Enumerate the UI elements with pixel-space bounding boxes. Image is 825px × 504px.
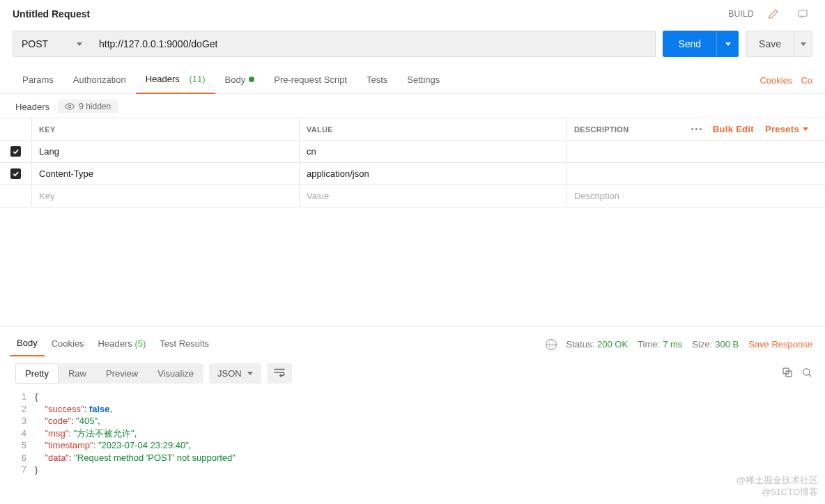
checkbox[interactable]: [10, 168, 21, 179]
table-row[interactable]: Content-Type application/json: [0, 163, 825, 185]
bulk-edit-link[interactable]: Bulk Edit: [713, 124, 754, 134]
tab-body[interactable]: Body: [215, 68, 265, 93]
header-description[interactable]: [567, 141, 825, 162]
view-raw[interactable]: Raw: [59, 363, 96, 384]
response-tab-test-results[interactable]: Test Results: [153, 333, 216, 356]
header-key-input[interactable]: Key: [32, 185, 300, 207]
view-visualize[interactable]: Visualize: [148, 363, 203, 384]
code-link[interactable]: Co: [801, 75, 812, 86]
view-preview[interactable]: Preview: [96, 363, 148, 384]
size-meta: Size:300 B: [692, 339, 739, 349]
tab-settings[interactable]: Settings: [397, 68, 449, 93]
headers-title: Headers: [15, 102, 49, 112]
request-name[interactable]: Untitled Request: [13, 8, 90, 19]
header-value-input[interactable]: Value: [300, 185, 567, 207]
method-select[interactable]: POST: [13, 31, 91, 57]
tab-pre-request[interactable]: Pre-request Script: [264, 68, 357, 93]
response-tab-cookies[interactable]: Cookies: [45, 333, 91, 356]
language-select[interactable]: JSON: [209, 363, 261, 384]
watermark: @稀土掘金技术社区 @51CTO博客: [737, 475, 818, 498]
hidden-headers-toggle[interactable]: 9 hidden: [58, 100, 118, 113]
save-response-link[interactable]: Save Response: [748, 339, 812, 349]
eye-icon: [65, 102, 75, 111]
response-tab-body[interactable]: Body: [10, 332, 45, 356]
svg-point-1: [68, 105, 71, 108]
header-value[interactable]: cn: [300, 141, 567, 162]
response-tab-headers[interactable]: Headers (5): [91, 333, 153, 356]
edit-icon[interactable]: [764, 4, 783, 24]
header-value[interactable]: application/json: [300, 163, 567, 184]
globe-icon[interactable]: [546, 339, 557, 350]
copy-icon[interactable]: [782, 367, 793, 380]
chevron-down-icon: [77, 42, 82, 46]
search-icon[interactable]: [801, 367, 812, 380]
status-meta: Status:200 OK: [566, 339, 629, 349]
header-key[interactable]: Lang: [32, 141, 300, 162]
wrap-lines-button[interactable]: [267, 363, 292, 384]
build-label[interactable]: BUILD: [728, 9, 754, 19]
more-icon[interactable]: [691, 128, 702, 130]
response-body[interactable]: 1{ 2 "success": false, 3 "code": "405", …: [0, 388, 825, 476]
save-button[interactable]: Save: [746, 38, 794, 49]
presets-link[interactable]: Presets: [765, 124, 808, 134]
headers-table: KEY VALUE DESCRIPTION Bulk Edit Presets …: [0, 118, 825, 207]
svg-line-6: [809, 375, 811, 377]
time-meta: Time:7 ms: [638, 339, 682, 349]
url-input[interactable]: http://127.0.0.1:9000/doGet: [91, 31, 656, 57]
comment-icon[interactable]: [793, 4, 812, 24]
body-indicator-dot: [249, 77, 254, 82]
tab-authorization[interactable]: Authorization: [63, 68, 136, 93]
checkbox[interactable]: [10, 146, 21, 157]
view-mode-group: Pretty Raw Preview Visualize: [15, 363, 203, 384]
send-button[interactable]: Send: [663, 31, 716, 57]
header-key[interactable]: Content-Type: [32, 163, 300, 184]
send-dropdown[interactable]: [716, 31, 739, 57]
header-description[interactable]: [567, 163, 825, 184]
table-row-new[interactable]: Key Value Description: [0, 185, 825, 207]
save-dropdown[interactable]: [794, 31, 812, 56]
header-description-input[interactable]: Description: [567, 185, 825, 207]
tab-headers[interactable]: Headers (11): [136, 67, 215, 94]
col-description: DESCRIPTION Bulk Edit Presets: [567, 118, 825, 140]
tab-params[interactable]: Params: [13, 68, 63, 93]
tab-tests[interactable]: Tests: [357, 68, 397, 93]
view-pretty[interactable]: Pretty: [15, 363, 59, 384]
table-row[interactable]: Lang cn: [0, 141, 825, 163]
cookies-link[interactable]: Cookies: [760, 75, 792, 86]
col-value: VALUE: [300, 118, 567, 140]
svg-point-5: [803, 369, 810, 375]
svg-rect-0: [799, 10, 807, 17]
col-key: KEY: [32, 118, 300, 140]
